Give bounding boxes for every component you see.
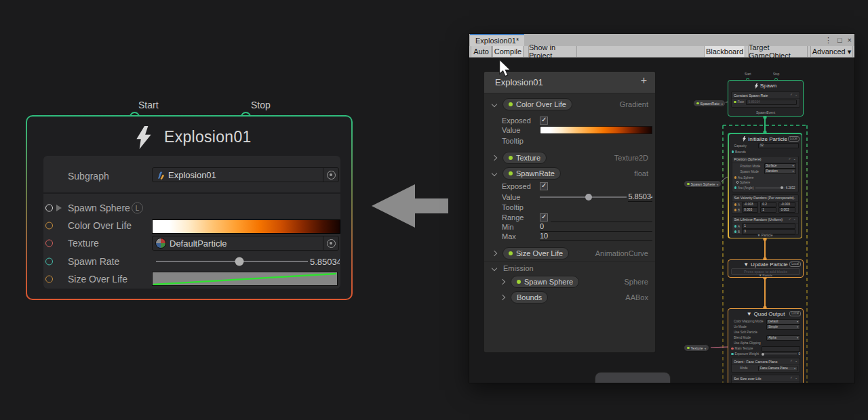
category-emission[interactable]: Emission [484, 263, 655, 274]
expand-triangle-icon[interactable] [56, 205, 62, 211]
constant-spawn-rate-block[interactable]: Constant Spawn Rate Rate 5.85034 [731, 91, 800, 108]
z-field[interactable]: 0.003 [778, 207, 795, 213]
texture-parameter-node[interactable]: Texture◂ [684, 344, 709, 352]
a-port[interactable] [734, 203, 737, 206]
value-field[interactable]: 5.85034 [628, 192, 652, 202]
y-field[interactable]: 1 [760, 207, 776, 213]
x-field[interactable]: 0.003 [742, 207, 758, 213]
tab-explosion01[interactable]: Explosion01* [470, 34, 524, 46]
y-field[interactable]: 0.2 [760, 202, 776, 207]
color-over-life-port[interactable] [45, 222, 53, 230]
graph-canvas[interactable]: Explosion01 + Color Over Life Gradient E… [469, 58, 854, 383]
param-bounds[interactable]: Bounds AABox [484, 291, 655, 304]
spawn-sphere-port[interactable] [45, 205, 53, 212]
orient-block[interactable]: Orient : Face Camera Plane Mode Face Cam… [731, 358, 800, 373]
space-badge[interactable]: Local [788, 136, 800, 142]
param-color-over-life[interactable]: Color Over Life Gradient [484, 98, 655, 111]
rate-port[interactable] [734, 101, 736, 104]
a-field[interactable]: 1 [742, 224, 795, 229]
arc-port[interactable] [734, 186, 737, 189]
param-size-over-life[interactable]: Size Over Life AnimationCurve [484, 247, 655, 260]
object-picker[interactable] [323, 236, 338, 250]
advanced-dropdown[interactable]: Advanced ▾ [810, 46, 853, 57]
main-texture-field[interactable] [762, 346, 801, 352]
quad-output-node[interactable]: ▼ Quad Output Local Color Mapping Mode D… [728, 308, 804, 383]
rate-value-field[interactable]: 5.85034 [746, 100, 797, 105]
spawn-event-output[interactable]: SpawnEvent [728, 110, 803, 114]
param-spawn-sphere[interactable]: Spawn Sphere Sphere [484, 275, 655, 289]
slider-handle[interactable] [235, 257, 244, 266]
exposure-slider[interactable] [762, 354, 797, 354]
window-menu-icon[interactable]: ⋮ [825, 36, 832, 45]
blackboard-panel[interactable]: Explosion01 + Color Over Life Gradient E… [484, 72, 655, 352]
add-parameter-button[interactable]: + [641, 75, 647, 87]
sphere-port[interactable] [736, 181, 739, 184]
main-texture-port[interactable] [731, 348, 734, 350]
target-gameobject-button[interactable]: Target GameObject [748, 46, 808, 57]
arc-slider[interactable] [755, 188, 784, 188]
param-pill[interactable]: Texture [502, 152, 547, 164]
max-field[interactable]: 10 [540, 232, 652, 241]
object-picker[interactable] [323, 168, 338, 182]
slider-handle[interactable] [762, 353, 764, 356]
space-badge[interactable]: Local [789, 261, 801, 267]
particle-output[interactable]: ▼ Particle [729, 233, 802, 237]
param-pill[interactable]: Spawn Sphere [511, 276, 579, 288]
range-checkbox[interactable] [540, 213, 548, 222]
size-over-life-port[interactable] [45, 276, 53, 283]
chevron-down-icon[interactable] [492, 102, 497, 107]
exposure-weight-port[interactable] [731, 353, 734, 356]
param-pill[interactable]: SpawnRate [502, 167, 561, 180]
spawn-mode-dropdown[interactable]: Random [764, 169, 796, 174]
auto-button[interactable]: Auto [471, 46, 492, 57]
value-slider[interactable] [540, 196, 627, 198]
position-sphere-block[interactable]: Position (Sphere) Position Mode Surface … [732, 156, 799, 192]
initialize-particle-node[interactable]: Initialize Particle Local Capacity 32 Bo… [728, 133, 802, 238]
spawnsphere-parameter-node[interactable]: Spawn Sphere◂ [684, 180, 722, 188]
z-field[interactable]: -0.003 [778, 202, 795, 207]
gradient-field[interactable] [152, 219, 340, 234]
chevron-down-icon[interactable] [492, 171, 497, 176]
blend-mode-dropdown[interactable]: Alpha [766, 335, 800, 341]
exposure-value[interactable]: 0 [798, 352, 800, 356]
spawnrate-parameter-node[interactable]: SpawnRate◂ [693, 100, 726, 107]
b-port[interactable] [734, 209, 737, 211]
explosion01-subgraph-node[interactable]: Explosion01 Subgraph Explosion01 [26, 115, 353, 300]
chevron-right-icon[interactable] [492, 155, 497, 161]
render-badge[interactable]: Local [789, 311, 801, 316]
min-field[interactable]: 0 [540, 222, 652, 232]
spawn-rate-value[interactable]: 5.85034 [310, 257, 340, 267]
slider-handle[interactable] [781, 186, 783, 189]
position-mode-dropdown[interactable]: Surface [764, 163, 796, 169]
param-pill[interactable]: Color Over Life [502, 98, 572, 110]
texture-port[interactable] [45, 240, 53, 247]
param-pill[interactable]: Bounds [511, 291, 548, 303]
spawn-rate-port[interactable] [45, 258, 53, 266]
chevron-right-icon[interactable] [500, 279, 505, 285]
sample-mode-dropdown[interactable]: Over Life [762, 383, 797, 383]
particle-output[interactable]: ▼ Particle [728, 274, 803, 277]
spawn-node[interactable]: Spawn Constant Spawn Rate Rate 5.85034 S… [728, 80, 804, 117]
chevron-down-icon[interactable] [492, 266, 497, 271]
blackboard-button[interactable]: Blackboard [704, 46, 745, 57]
uv-mode-dropdown[interactable]: Simple [766, 324, 800, 330]
chevron-right-icon[interactable] [492, 251, 497, 256]
velocity-random-block[interactable]: Set Velocity Random (Per component) A -0… [732, 194, 799, 214]
mode-dropdown[interactable]: Face Camera Plane [758, 366, 797, 371]
lifetime-random-block[interactable]: Set Lifetime Random (Uniform) A 1 B 3 [732, 216, 799, 235]
a-port[interactable] [734, 225, 737, 228]
compile-button[interactable]: Compile [492, 46, 524, 57]
color-mapping-dropdown[interactable]: Default [766, 319, 800, 324]
slider-handle[interactable] [585, 194, 592, 201]
exposed-checkbox[interactable] [540, 182, 548, 190]
arc-value[interactable]: 6.2832 [786, 186, 795, 190]
capacity-field[interactable]: 32 [758, 143, 799, 148]
show-in-project-button[interactable]: Show in Project [528, 46, 577, 57]
chevron-right-icon[interactable] [500, 295, 505, 300]
spawn-rate-slider[interactable] [156, 261, 308, 262]
update-particle-node[interactable]: ▼ Update Particle Local Press space to a… [728, 259, 804, 278]
exposed-checkbox[interactable] [540, 117, 548, 125]
bounds-port[interactable] [732, 150, 734, 153]
x-field[interactable]: -0.003 [742, 202, 758, 207]
window-maximize-icon[interactable]: □ [837, 36, 842, 44]
